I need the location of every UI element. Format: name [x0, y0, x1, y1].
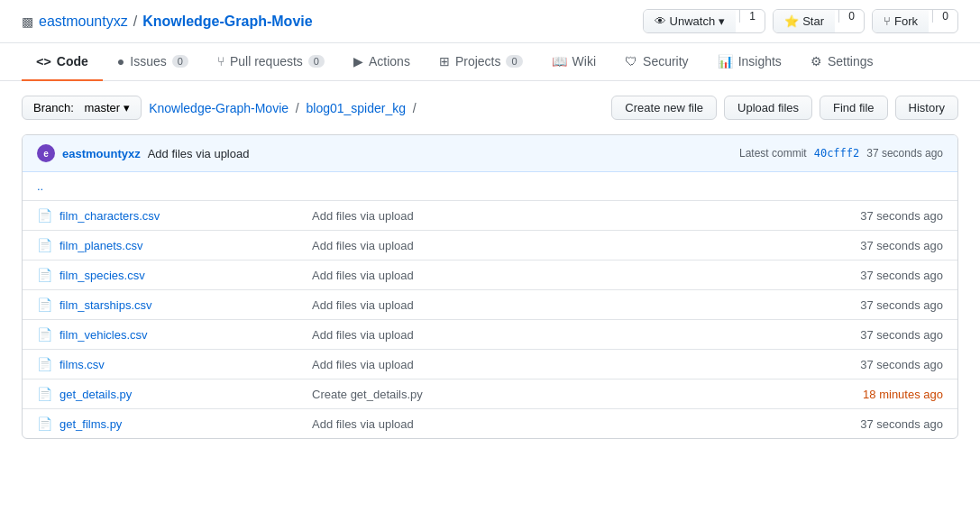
file-name: film_vehicles.csv — [60, 327, 312, 342]
pr-badge: 0 — [308, 55, 325, 68]
commit-row: e eastmountyxz Add files via upload Late… — [23, 135, 957, 172]
commit-hash[interactable]: 40cfff2 — [814, 147, 860, 160]
file-icon: 📄 — [37, 268, 52, 282]
fork-btn-group: ⑂ Fork 0 — [872, 9, 958, 33]
repo-name[interactable]: Knowledge-Graph-Movie — [142, 14, 312, 30]
repo-icon: ▩ — [22, 14, 33, 29]
file-icon: 📄 — [37, 327, 52, 342]
tab-bar: <> Code ● Issues 0 ⑂ Pull requests 0 ▶ A… — [0, 43, 980, 81]
table-row: 📄 film_starships.csv Add files via uploa… — [23, 290, 957, 320]
security-icon: 🛡 — [625, 54, 637, 69]
branch-selector[interactable]: Branch: master ▾ — [22, 96, 142, 120]
fork-icon: ⑂ — [884, 14, 891, 28]
file-commit: Create get_details.py — [312, 388, 799, 401]
file-commit: Add files via upload — [312, 328, 799, 342]
issues-icon: ● — [117, 54, 124, 69]
watch-button[interactable]: 👁 Unwatch ▾ — [644, 10, 737, 32]
file-link[interactable]: film_characters.csv — [60, 209, 160, 223]
star-btn-group: ⭐ Star 0 — [773, 9, 865, 33]
tab-insights[interactable]: 📊 Insights — [703, 43, 796, 81]
tab-pr-label: Pull requests — [230, 54, 303, 69]
file-icon: 📄 — [37, 416, 52, 431]
commit-author[interactable]: eastmountyxz — [62, 147, 141, 160]
file-time: 37 seconds ago — [799, 209, 943, 223]
table-row: 📄 film_vehicles.csv Add files via upload… — [23, 320, 957, 350]
tab-code-label: Code — [57, 54, 88, 69]
tab-settings-label: Settings — [828, 54, 874, 69]
file-link[interactable]: get_details.py — [60, 388, 132, 401]
file-link[interactable]: get_films.py — [60, 417, 122, 431]
tab-security-label: Security — [643, 54, 689, 69]
file-name: get_films.py — [60, 416, 312, 431]
star-count[interactable]: 0 — [838, 10, 864, 23]
star-icon: ⭐ — [784, 14, 799, 28]
tab-actions-label: Actions — [369, 54, 410, 69]
tab-code[interactable]: <> Code — [22, 43, 103, 81]
tab-projects[interactable]: ⊞ Projects 0 — [425, 43, 537, 81]
file-link[interactable]: film_planets.csv — [60, 239, 142, 252]
file-link[interactable]: film_starships.csv — [60, 298, 152, 312]
history-button[interactable]: History — [895, 96, 958, 120]
tab-issues[interactable]: ● Issues 0 — [103, 43, 203, 81]
breadcrumb-path[interactable]: blog01_spider_kg — [306, 101, 406, 115]
main-content: Branch: master ▾ Knowledge-Graph-Movie /… — [0, 81, 980, 453]
file-icon: 📄 — [37, 238, 52, 252]
table-row: 📄 film_characters.csv Add files via uplo… — [23, 201, 957, 231]
table-row: 📄 film_planets.csv Add files via upload … — [23, 231, 957, 261]
repo-separator: / — [133, 14, 137, 30]
path-bar: Branch: master ▾ Knowledge-Graph-Movie /… — [22, 96, 958, 120]
path-right: Create new file Upload files Find file H… — [611, 96, 958, 120]
file-name: film_planets.csv — [60, 238, 312, 252]
breadcrumb-repo[interactable]: Knowledge-Graph-Movie — [149, 101, 289, 115]
projects-badge: 0 — [506, 55, 522, 68]
file-name: film_characters.csv — [60, 208, 312, 223]
chevron-down-icon: ▾ — [124, 101, 130, 114]
file-time: 37 seconds ago — [799, 328, 943, 342]
tab-security[interactable]: 🛡 Security — [610, 43, 703, 81]
file-commit: Add files via upload — [312, 269, 799, 282]
path-left: Branch: master ▾ Knowledge-Graph-Movie /… — [22, 96, 417, 120]
tab-wiki-label: Wiki — [572, 54, 596, 69]
watch-btn-group: 👁 Unwatch ▾ 1 — [643, 9, 766, 33]
breadcrumb: Knowledge-Graph-Movie / blog01_spider_kg… — [149, 101, 417, 115]
star-button[interactable]: ⭐ Star — [774, 10, 835, 32]
create-new-button[interactable]: Create new file — [611, 96, 717, 120]
file-name: films.csv — [60, 357, 312, 371]
file-link[interactable]: film_species.csv — [60, 269, 145, 282]
latest-commit-label: Latest commit — [739, 147, 807, 160]
file-icon: 📄 — [37, 297, 52, 312]
file-icon: 📄 — [37, 387, 52, 401]
parent-dir-link[interactable]: .. — [37, 179, 43, 193]
actions-icon: ▶ — [353, 54, 363, 69]
fork-button[interactable]: ⑂ Fork — [873, 10, 929, 32]
tab-wiki[interactable]: 📖 Wiki — [537, 43, 610, 81]
file-time: 37 seconds ago — [799, 239, 943, 252]
file-commit: Add files via upload — [312, 209, 799, 223]
file-name: film_species.csv — [60, 268, 312, 282]
fork-count[interactable]: 0 — [932, 10, 957, 23]
tab-issues-label: Issues — [130, 54, 166, 69]
file-commit: Add files via upload — [312, 298, 799, 312]
top-actions: 👁 Unwatch ▾ 1 ⭐ Star 0 ⑂ Fork 0 — [643, 9, 958, 33]
file-link[interactable]: films.csv — [60, 358, 105, 371]
table-row: 📄 film_species.csv Add files via upload … — [23, 261, 957, 290]
file-commit: Add files via upload — [312, 417, 799, 431]
file-link[interactable]: film_vehicles.csv — [60, 328, 148, 342]
commit-left: e eastmountyxz Add files via upload — [37, 144, 249, 162]
tab-pull-requests[interactable]: ⑂ Pull requests 0 — [203, 43, 339, 81]
tab-actions[interactable]: ▶ Actions — [339, 43, 425, 81]
commit-time: 37 seconds ago — [866, 147, 943, 160]
repo-owner[interactable]: eastmountyxz — [39, 14, 128, 30]
file-commit: Add files via upload — [312, 239, 799, 252]
watch-count[interactable]: 1 — [739, 10, 765, 23]
repo-title: ▩ eastmountyxz / Knowledge-Graph-Movie — [22, 14, 313, 30]
tab-settings[interactable]: ⚙ Settings — [796, 43, 888, 81]
breadcrumb-sep2: / — [413, 101, 417, 115]
chevron-down-icon: ▾ — [719, 14, 725, 28]
file-name: film_starships.csv — [60, 297, 312, 312]
upload-files-button[interactable]: Upload files — [724, 96, 812, 120]
find-file-button[interactable]: Find file — [820, 96, 888, 120]
wiki-icon: 📖 — [552, 54, 567, 69]
eye-icon: 👁 — [655, 14, 666, 28]
projects-icon: ⊞ — [439, 54, 450, 69]
